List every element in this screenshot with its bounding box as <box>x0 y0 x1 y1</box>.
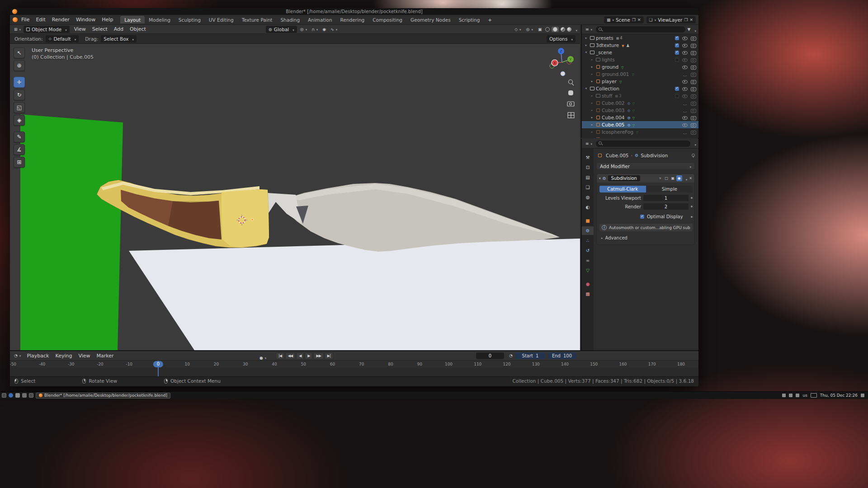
expand-arrow-icon[interactable]: ▸ <box>590 80 594 83</box>
eye-closed-icon[interactable] <box>682 137 688 138</box>
proportional-falloff-button[interactable]: ∿ <box>329 27 339 32</box>
keyboard-layout-indicator[interactable]: us <box>802 393 807 398</box>
scene-selector[interactable]: ▦ Scene ❐ ✕ <box>604 16 644 23</box>
outliner-row-3dtexture[interactable]: ▸3dtexture <box>582 42 698 49</box>
optimal-display-checkbox[interactable] <box>640 215 644 219</box>
pivot-point-button[interactable]: ◎ <box>299 27 308 32</box>
modifier-header[interactable]: ▾ ⚙ Subdivision ▿ □ ▣ ◉ ✕ <box>597 174 694 183</box>
green-plane[interactable] <box>20 114 123 350</box>
camera-render-icon[interactable] <box>691 130 696 134</box>
outliner-row-ground-001[interactable]: ▸ground.001 <box>582 70 698 78</box>
network-tray-icon[interactable] <box>796 394 799 397</box>
eye-closed-icon[interactable] <box>682 108 688 113</box>
editor-type-button[interactable]: ⊞ <box>13 27 22 32</box>
eye-open-icon[interactable] <box>682 50 688 55</box>
modifier-close-icon[interactable]: ✕ <box>689 176 692 180</box>
camera-render-icon[interactable] <box>691 43 696 47</box>
camera-render-icon[interactable] <box>691 115 696 120</box>
tool-transform[interactable]: ◈ <box>14 115 25 126</box>
camera-render-icon[interactable] <box>691 101 696 105</box>
properties-tab-world[interactable]: ◐ <box>582 203 594 211</box>
animate-dot-icon[interactable] <box>691 216 693 218</box>
outliner-row-cube-005[interactable]: ▸Cube.005 <box>582 121 698 128</box>
modifier-extras-chevron-icon[interactable] <box>684 174 688 183</box>
timeline-menu-keying[interactable]: Keying <box>52 352 75 360</box>
viewport-menu-object[interactable]: Object <box>127 25 149 33</box>
expand-arrow-icon[interactable]: ▸ <box>584 43 589 47</box>
proportional-edit-button[interactable]: ◉ <box>321 27 327 32</box>
expand-arrow-icon[interactable]: ▸ <box>590 65 594 69</box>
current-frame-field[interactable]: 0 <box>476 352 504 359</box>
frame-start-field[interactable]: Start 1 <box>515 352 545 359</box>
expand-arrow-icon[interactable]: ▸ <box>590 72 594 76</box>
timeline-editor-type-button[interactable]: ◔ <box>13 353 22 358</box>
properties-tab-physics[interactable]: ↺ <box>582 246 594 255</box>
expand-arrow-icon[interactable]: ▸ <box>590 130 594 134</box>
current-frame-marker[interactable]: 0 <box>153 361 163 367</box>
camera-render-icon[interactable] <box>691 65 696 69</box>
workspace-tab-scripting[interactable]: Scripting <box>455 16 484 23</box>
eye-open-icon[interactable] <box>682 86 688 91</box>
viewport-menu-add[interactable]: Add <box>111 25 127 33</box>
files-icon[interactable] <box>15 393 20 398</box>
workspace-tab-geometry-nodes[interactable]: Geometry Nodes <box>406 16 455 23</box>
tool-move[interactable]: ✛ <box>14 77 25 88</box>
timeline-menu-view[interactable]: View <box>75 352 93 360</box>
outliner-row-stuff[interactable]: ▸stuff3 <box>582 92 698 99</box>
options-dropdown[interactable]: Options <box>547 35 576 42</box>
volume-tray-icon[interactable] <box>789 394 793 397</box>
timeline-menu-marker[interactable]: Marker <box>94 352 117 360</box>
camera-render-icon[interactable] <box>691 86 696 91</box>
eye-open-icon[interactable] <box>682 65 688 70</box>
expand-arrow-icon[interactable]: ▾ <box>584 51 589 54</box>
properties-tab-view-layer[interactable]: ❏ <box>582 183 594 192</box>
blender-task-button[interactable]: Blender* [/home/amalie/Desktop/blender/p… <box>36 393 170 399</box>
viewlayer-selector[interactable]: ❏ ViewLayer ❐ ✕ <box>646 16 696 23</box>
advanced-section-toggle[interactable]: ▸ Advanced <box>601 235 693 240</box>
remove-viewlayer-icon[interactable]: ✕ <box>689 18 693 22</box>
updates-tray-icon[interactable] <box>782 394 786 397</box>
eye-open-icon[interactable] <box>682 36 688 41</box>
menu-edit[interactable]: Edit <box>33 16 48 23</box>
expand-arrow-icon[interactable]: ▸ <box>590 101 594 105</box>
camera-render-icon[interactable] <box>691 137 696 138</box>
eye-closed-icon[interactable] <box>682 72 688 77</box>
tool-cursor[interactable]: ⊕ <box>14 60 25 71</box>
keyboard-flag-icon[interactable] <box>811 393 817 398</box>
taskbar-clock[interactable]: Thu, 05 Dec 22:26 <box>820 393 858 398</box>
tool-scale[interactable]: ◱ <box>14 102 25 113</box>
transport-next-keyframe-button[interactable]: ▶▶ <box>313 352 323 359</box>
properties-tab-render[interactable]: ⊡ <box>582 163 594 172</box>
camera-render-icon[interactable] <box>691 108 696 113</box>
eye-closed-icon[interactable] <box>682 101 688 106</box>
outliner-row-presets[interactable]: ▸presets4 <box>582 34 698 42</box>
outliner-row--scene[interactable]: ▾_scene <box>582 49 698 56</box>
timeline-track[interactable] <box>10 369 698 376</box>
checkbox-unchecked-icon[interactable] <box>675 94 679 98</box>
workspace-tab-sculpting[interactable]: Sculpting <box>175 16 205 23</box>
expand-arrow-icon[interactable]: ▸ <box>590 58 594 61</box>
overlays-button[interactable]: ◎ <box>525 27 534 32</box>
camera-render-icon[interactable] <box>691 79 696 84</box>
eye-open-icon[interactable] <box>682 57 688 62</box>
properties-tab-data[interactable]: ▽ <box>582 266 594 275</box>
workspace-tab-layout[interactable]: Layout <box>120 16 145 23</box>
outliner-row-lights[interactable]: ▸lights <box>582 56 698 63</box>
terminal-icon[interactable] <box>22 393 27 398</box>
eye-open-icon[interactable] <box>682 43 688 48</box>
properties-search-field[interactable] <box>596 141 690 147</box>
workspace-tab-texture-paint[interactable]: Texture Paint <box>238 16 277 23</box>
eye-open-icon[interactable] <box>682 94 688 99</box>
snap-magnet-button[interactable]: ∩ <box>310 27 319 32</box>
eye-closed-icon[interactable] <box>682 130 688 135</box>
workspace-switcher-icon[interactable] <box>29 393 33 398</box>
new-viewlayer-icon[interactable]: ❐ <box>684 18 688 22</box>
camera-render-icon[interactable] <box>691 57 696 62</box>
tool-add-cube[interactable]: ⊞ <box>14 157 25 168</box>
outliner-row-collection[interactable]: ▾Collection <box>582 85 698 92</box>
tool-rotate[interactable]: ↻ <box>14 89 25 100</box>
unlink-scene-icon[interactable]: ✕ <box>637 18 641 22</box>
menu-window[interactable]: Window <box>73 16 99 23</box>
animate-dot-icon[interactable] <box>691 206 693 207</box>
workspace-tab-animation[interactable]: Animation <box>304 16 336 23</box>
